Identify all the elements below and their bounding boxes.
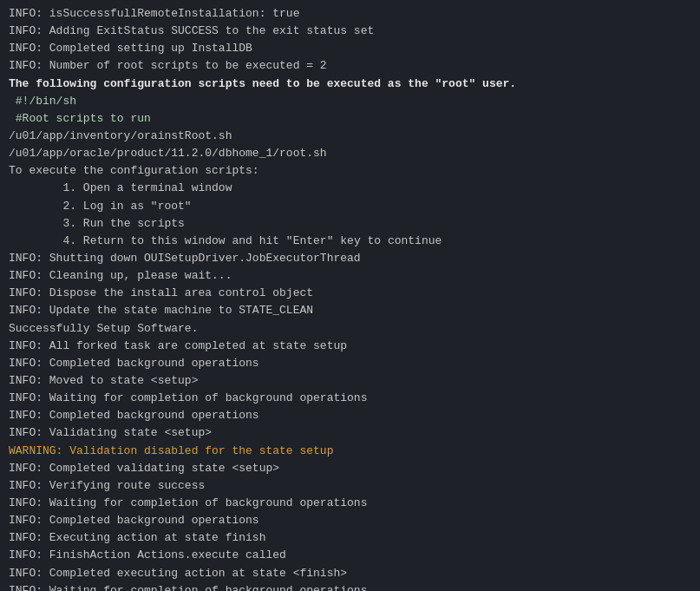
- log-line-28: INFO: Completed validating state <setup>: [9, 460, 691, 477]
- log-line-4: The following configuration scripts need…: [9, 76, 691, 93]
- log-line-9: /u01/app/oracle/product/11.2.0/dbhome_1/…: [9, 145, 691, 162]
- log-line-10: To execute the configuration scripts:: [9, 162, 691, 180]
- log-line-11: 1. Open a terminal window: [9, 180, 691, 197]
- log-line-16: INFO: Shutting down OUISetupDriver.JobEx…: [9, 250, 691, 267]
- log-line-21: INFO: All forked task are completed at s…: [9, 338, 691, 355]
- log-line-12: 2. Log in as "root": [9, 198, 691, 215]
- log-line-23: INFO: Moved to state <setup>: [9, 372, 691, 390]
- log-line-35: INFO: Waiting for completion of backgrou…: [9, 582, 691, 591]
- log-line-30: INFO: Waiting for completion of backgrou…: [9, 495, 691, 512]
- terminal-output: INFO: isSuccessfullRemoteInstallation: t…: [0, 0, 700, 591]
- log-line-31: INFO: Completed background operations: [9, 512, 691, 529]
- log-line-13: 3. Run the scripts: [9, 215, 691, 233]
- log-line-5: #!/bin/sh: [9, 93, 691, 110]
- log-line-20: Successfully Setup Software.: [9, 320, 691, 338]
- log-line-33: INFO: FinishAction Actions.execute calle…: [9, 547, 691, 564]
- log-line-8: /u01/app/inventory/orainstRoot.sh: [9, 128, 691, 145]
- log-line-14: 4. Return to this window and hit "Enter"…: [9, 233, 691, 250]
- log-line-29: INFO: Verifying route success: [9, 477, 691, 495]
- log-line-19: INFO: Update the state machine to STATE_…: [9, 302, 691, 319]
- log-line-34: INFO: Completed executing action at stat…: [9, 565, 691, 582]
- log-line-17: INFO: Cleaning up, please wait...: [9, 267, 691, 285]
- log-line-1: INFO: Adding ExitStatus SUCCESS to the e…: [9, 23, 691, 40]
- log-line-3: INFO: Number of root scripts to be execu…: [9, 57, 691, 75]
- log-line-22: INFO: Completed background operations: [9, 355, 691, 372]
- log-line-27: WARNING: Validation disabled for the sta…: [9, 443, 691, 460]
- log-line-24: INFO: Waiting for completion of backgrou…: [9, 390, 691, 407]
- log-line-2: INFO: Completed setting up InstallDB: [9, 40, 691, 57]
- log-line-0: INFO: isSuccessfullRemoteInstallation: t…: [9, 5, 691, 23]
- log-line-6: #Root scripts to run: [9, 110, 691, 128]
- log-line-25: INFO: Completed background operations: [9, 407, 691, 424]
- log-line-26: INFO: Validating state <setup>: [9, 424, 691, 442]
- log-line-18: INFO: Dispose the install area control o…: [9, 285, 691, 302]
- log-line-32: INFO: Executing action at state finish: [9, 529, 691, 547]
